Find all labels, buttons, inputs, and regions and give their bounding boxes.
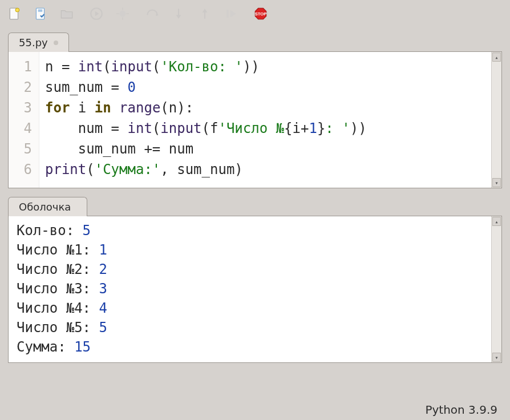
shell-scrollbar[interactable]: ▴ ▾ — [491, 216, 501, 362]
code-line[interactable]: n = int(input('Кол-во: ')) — [45, 56, 485, 77]
line-number: 1 — [9, 56, 32, 77]
editor-tab-label: 55.py — [19, 37, 48, 49]
svg-point-1 — [15, 8, 19, 12]
shell-tab[interactable]: Оболочка — [8, 197, 87, 216]
svg-point-6 — [120, 11, 126, 17]
shell-line: Число №2: 2 — [17, 260, 483, 279]
line-number: 5 — [9, 139, 32, 159]
editor-tab[interactable]: 55.py — [8, 33, 69, 52]
code-line[interactable]: sum_num = 0 — [45, 77, 485, 98]
scroll-down-icon[interactable]: ▾ — [492, 353, 501, 362]
code-editor[interactable]: 123456 n = int(input('Кол-во: '))sum_num… — [8, 51, 502, 188]
toolbar: STOP — [0, 0, 510, 27]
code-area[interactable]: n = int(input('Кол-во: '))sum_num = 0for… — [39, 52, 491, 188]
svg-rect-16 — [226, 10, 228, 18]
shell-line: Сумма: 15 — [17, 337, 483, 357]
svg-marker-5 — [95, 11, 99, 17]
svg-marker-17 — [230, 10, 236, 18]
svg-marker-13 — [176, 15, 181, 18]
shell-panel: Оболочка Кол-во: 5Число №1: 1Число №2: 2… — [8, 196, 502, 363]
scroll-up-icon[interactable]: ▴ — [492, 217, 501, 226]
step-into-icon[interactable] — [170, 5, 187, 22]
tab-close-icon[interactable] — [54, 41, 58, 45]
code-line[interactable]: for i in range(n): — [45, 98, 485, 118]
debug-icon[interactable] — [114, 5, 131, 22]
run-icon[interactable] — [88, 5, 105, 22]
line-number: 4 — [9, 118, 32, 139]
code-line[interactable]: sum_num += num — [45, 139, 485, 159]
shell-line: Число №1: 1 — [17, 240, 483, 260]
line-number: 3 — [9, 98, 32, 118]
shell-output[interactable]: Кол-во: 5Число №1: 1Число №2: 2Число №3:… — [8, 216, 502, 363]
shell-line: Число №3: 3 — [17, 279, 483, 298]
line-number: 2 — [9, 77, 32, 98]
svg-rect-3 — [38, 9, 43, 11]
shell-area[interactable]: Кол-во: 5Число №1: 1Число №2: 2Число №3:… — [9, 216, 491, 362]
svg-marker-15 — [203, 9, 208, 12]
shell-line: Число №5: 5 — [17, 318, 483, 337]
editor-panel: 55.py 123456 n = int(input('Кол-во: '))s… — [8, 32, 502, 188]
status-python-version: Python 3.9.9 — [425, 403, 497, 417]
stop-icon[interactable]: STOP — [252, 5, 269, 22]
folder-icon[interactable] — [58, 5, 75, 22]
code-line[interactable]: print('Сумма:', sum_num) — [45, 159, 485, 180]
code-line[interactable]: num = int(input(f'Число №{i+1}: ')) — [45, 118, 485, 139]
scroll-up-icon[interactable]: ▴ — [492, 52, 501, 62]
new-file-icon[interactable] — [6, 5, 23, 22]
shell-line: Число №4: 4 — [17, 298, 483, 318]
step-out-icon[interactable] — [196, 5, 213, 22]
line-number: 6 — [9, 159, 32, 180]
editor-scrollbar[interactable]: ▴ ▾ — [491, 52, 501, 188]
svg-text:STOP: STOP — [255, 11, 267, 17]
shell-line: Кол-во: 5 — [17, 221, 483, 240]
save-icon[interactable] — [32, 5, 49, 22]
step-over-icon[interactable] — [144, 5, 161, 22]
shell-tab-label: Оболочка — [19, 201, 71, 213]
scroll-down-icon[interactable]: ▾ — [492, 178, 501, 187]
resume-icon[interactable] — [222, 5, 240, 22]
line-gutter: 123456 — [9, 52, 39, 188]
